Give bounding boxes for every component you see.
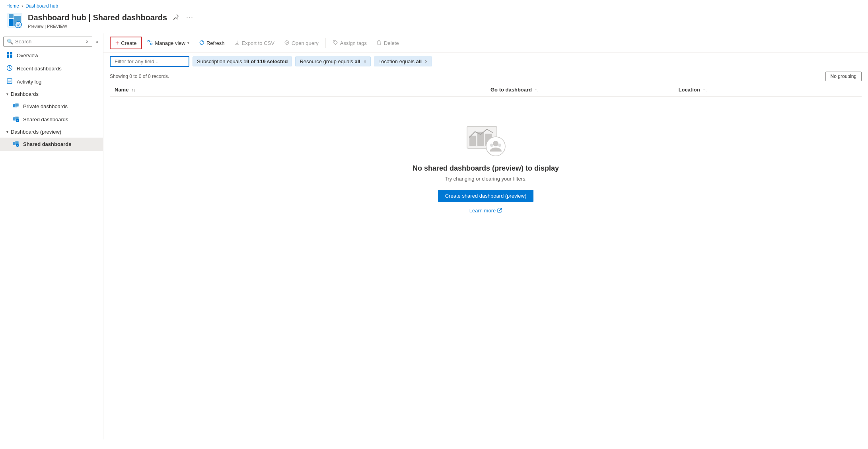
open-query-label: Open query: [292, 40, 319, 46]
sidebar-item-label-overview: Overview: [17, 52, 38, 58]
nav-section-dashboards-preview[interactable]: ▾ Dashboards (preview): [0, 126, 103, 138]
main-content: + Create Manage view ▾ Refresh: [103, 33, 868, 439]
delete-label: Delete: [384, 40, 399, 46]
open-query-icon: [284, 40, 290, 47]
pin-button[interactable]: [171, 12, 181, 23]
search-box: 🔍 ×: [3, 37, 92, 47]
empty-state-heading: No shared dashboards (preview) to displa…: [413, 164, 559, 173]
records-count: Showing 0 to 0 of 0 records.: [110, 74, 169, 79]
breadcrumb-current: Dashboard hub: [25, 3, 58, 9]
nav-section-label-preview: Dashboards (preview): [11, 129, 61, 135]
page-title: Dashboard hub | Shared dashboards: [28, 13, 167, 22]
filter-input-box: [110, 56, 189, 67]
sidebar-item-recent-dashboards[interactable]: Recent dashboards: [0, 62, 103, 75]
breadcrumb-home[interactable]: Home: [6, 3, 19, 9]
svg-rect-16: [15, 103, 19, 107]
delete-icon: [376, 40, 382, 47]
create-shared-dashboard-button[interactable]: Create shared dashboard (preview): [438, 190, 534, 202]
resource-group-filter-label: Resource group equals all: [300, 58, 360, 64]
assign-tags-icon: [333, 40, 338, 47]
subscription-filter-label: Subscription equals 19 of 119 selected: [197, 58, 288, 64]
page-header: Dashboard hub | Shared dashboards ··· Pr…: [0, 10, 868, 33]
location-filter-tag[interactable]: Location equals all ×: [374, 56, 432, 66]
nav-section-label-dashboards: Dashboards: [11, 91, 39, 97]
empty-state: No shared dashboards (preview) to displa…: [110, 97, 862, 237]
empty-state-description: Try changing or clearing your filters.: [445, 176, 527, 182]
sidebar-item-label-private: Private dashboards: [23, 103, 68, 109]
manage-view-label: Manage view: [155, 40, 185, 46]
empty-state-icon: [464, 121, 508, 156]
manage-view-button[interactable]: Manage view ▾: [143, 37, 194, 49]
create-button[interactable]: + Create: [110, 37, 142, 49]
private-dash-icon: [13, 103, 19, 110]
main-layout: 🔍 × « Overview Recent dashboards A: [0, 33, 868, 439]
resource-group-filter-close-icon[interactable]: ×: [364, 59, 366, 64]
svg-point-36: [493, 141, 498, 146]
chevron-down-icon-preview: ▾: [6, 130, 8, 134]
sidebar-item-label-shared-preview: Shared dashboards: [23, 141, 71, 147]
svg-rect-7: [10, 52, 12, 54]
svg-rect-6: [7, 52, 9, 54]
page-header-text: Dashboard hub | Shared dashboards ··· Pr…: [28, 12, 862, 29]
export-icon: [234, 40, 240, 47]
svg-point-38: [498, 144, 501, 147]
svg-point-23: [148, 40, 150, 42]
open-query-button[interactable]: Open query: [280, 37, 323, 49]
sidebar-item-label-activity: Activity log: [17, 79, 41, 85]
sidebar-item-overview[interactable]: Overview: [0, 49, 103, 62]
external-link-icon: [497, 208, 502, 214]
search-clear-icon[interactable]: ×: [86, 39, 89, 45]
sidebar-item-label-shared1: Shared dashboards: [23, 117, 68, 122]
svg-line-39: [499, 208, 502, 211]
activity-log-icon: [6, 78, 13, 86]
sort-icon-location: ↑↓: [703, 88, 707, 92]
sidebar-item-shared-dashboards[interactable]: Shared dashboards: [0, 113, 103, 126]
recent-icon: [6, 65, 13, 72]
nav-section-dashboards[interactable]: ▾ Dashboards: [0, 88, 103, 100]
manage-view-icon: [147, 40, 153, 47]
svg-point-25: [285, 41, 289, 45]
chevron-down-manage-icon: ▾: [187, 41, 189, 45]
table-container: Name ↑↓ Go to dashboard ↑↓ Location ↑↓: [103, 84, 868, 439]
resource-group-filter-tag[interactable]: Resource group equals all ×: [295, 56, 371, 66]
svg-point-24: [151, 43, 152, 45]
search-input[interactable]: [15, 39, 84, 45]
sidebar: 🔍 × « Overview Recent dashboards A: [0, 33, 103, 439]
no-grouping-button[interactable]: No grouping: [825, 72, 862, 81]
filter-input[interactable]: [115, 58, 185, 64]
svg-rect-33: [477, 132, 484, 146]
svg-rect-3: [9, 14, 14, 18]
delete-button[interactable]: Delete: [372, 37, 403, 49]
location-filter-close-icon[interactable]: ×: [425, 59, 428, 64]
overview-icon: [6, 52, 13, 59]
sidebar-item-private-dashboards[interactable]: Private dashboards: [0, 100, 103, 113]
page-icon: [6, 12, 23, 29]
collapse-sidebar-button[interactable]: «: [94, 37, 100, 46]
toolbar-separator: [325, 38, 326, 48]
assign-tags-button[interactable]: Assign tags: [328, 37, 371, 49]
page-subtitle: Preview | PREVIEW: [28, 24, 862, 29]
svg-point-5: [16, 22, 21, 27]
export-csv-button[interactable]: Export to CSV: [230, 37, 279, 49]
refresh-button[interactable]: Refresh: [195, 37, 229, 49]
svg-rect-32: [469, 136, 476, 146]
column-name[interactable]: Name ↑↓: [110, 84, 486, 96]
column-location[interactable]: Location ↑↓: [674, 84, 862, 96]
column-go-to-dashboard[interactable]: Go to dashboard ↑↓: [486, 84, 674, 96]
breadcrumb: Home › Dashboard hub: [0, 0, 868, 10]
filters-bar: Subscription equals 19 of 119 selected R…: [103, 53, 868, 70]
subscription-filter-tag[interactable]: Subscription equals 19 of 119 selected: [193, 56, 292, 66]
records-bar: Showing 0 to 0 of 0 records. No grouping: [103, 70, 868, 84]
sidebar-item-label-recent: Recent dashboards: [17, 66, 62, 72]
assign-tags-label: Assign tags: [340, 40, 367, 46]
sidebar-item-shared-dashboards-preview[interactable]: Shared dashboards: [0, 138, 103, 151]
refresh-label: Refresh: [206, 40, 225, 46]
create-plus-icon: +: [115, 39, 119, 47]
learn-more-link[interactable]: Learn more: [469, 208, 502, 214]
svg-rect-9: [10, 55, 12, 58]
svg-point-29: [334, 41, 335, 42]
more-options-button[interactable]: ···: [185, 12, 195, 23]
breadcrumb-separator: ›: [21, 3, 23, 9]
sidebar-item-activity-log[interactable]: Activity log: [0, 75, 103, 88]
shared-dash-icon: [13, 116, 19, 123]
